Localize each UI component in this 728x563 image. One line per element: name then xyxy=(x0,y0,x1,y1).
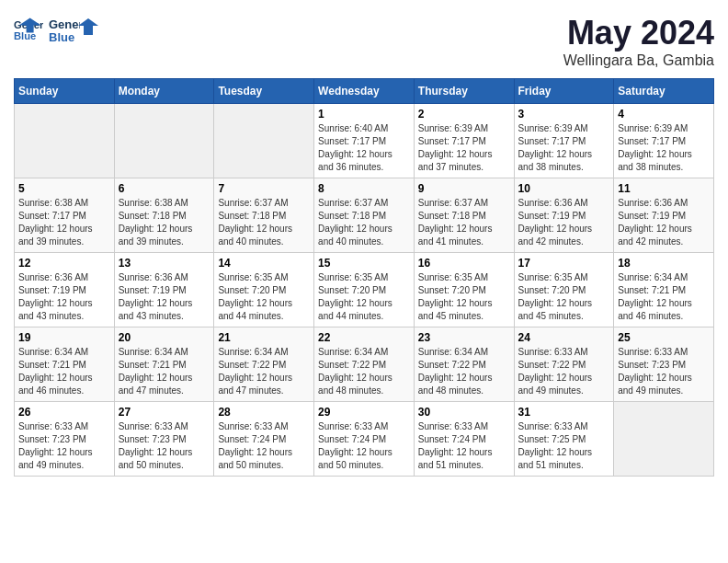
day-number: 16 xyxy=(418,257,510,270)
calendar-cell: 26Sunrise: 6:33 AM Sunset: 7:23 PM Dayli… xyxy=(15,402,115,477)
header-friday: Friday xyxy=(514,79,614,104)
day-info: Sunrise: 6:39 AM Sunset: 7:17 PM Dayligh… xyxy=(518,122,610,174)
day-info: Sunrise: 6:34 AM Sunset: 7:22 PM Dayligh… xyxy=(318,346,410,397)
calendar-title: May 2024 xyxy=(563,14,714,52)
calendar-cell: 21Sunrise: 6:34 AM Sunset: 7:22 PM Dayli… xyxy=(214,327,314,402)
day-info: Sunrise: 6:33 AM Sunset: 7:23 PM Dayligh… xyxy=(119,420,210,472)
calendar-cell: 29Sunrise: 6:33 AM Sunset: 7:24 PM Dayli… xyxy=(314,402,415,477)
day-info: Sunrise: 6:37 AM Sunset: 7:18 PM Dayligh… xyxy=(218,197,310,248)
logo: General Blue General Blue xyxy=(14,14,98,47)
day-info: Sunrise: 6:33 AM Sunset: 7:23 PM Dayligh… xyxy=(18,420,110,472)
calendar-cell: 18Sunrise: 6:34 AM Sunset: 7:21 PM Dayli… xyxy=(614,253,714,327)
day-number: 22 xyxy=(318,331,410,344)
week-row-2: 5Sunrise: 6:38 AM Sunset: 7:17 PM Daylig… xyxy=(15,178,714,253)
day-info: Sunrise: 6:34 AM Sunset: 7:22 PM Dayligh… xyxy=(418,346,510,397)
calendar-cell: 5Sunrise: 6:38 AM Sunset: 7:17 PM Daylig… xyxy=(15,178,115,253)
calendar-cell: 1Sunrise: 6:40 AM Sunset: 7:17 PM Daylig… xyxy=(314,104,415,178)
day-number: 31 xyxy=(518,406,610,419)
calendar-cell: 7Sunrise: 6:37 AM Sunset: 7:18 PM Daylig… xyxy=(214,178,314,253)
calendar-cell: 13Sunrise: 6:36 AM Sunset: 7:19 PM Dayli… xyxy=(114,253,214,327)
calendar-cell: 4Sunrise: 6:39 AM Sunset: 7:17 PM Daylig… xyxy=(614,104,714,178)
day-info: Sunrise: 6:33 AM Sunset: 7:24 PM Dayligh… xyxy=(418,420,510,472)
calendar-cell: 6Sunrise: 6:38 AM Sunset: 7:18 PM Daylig… xyxy=(114,178,214,253)
day-number: 17 xyxy=(518,257,610,270)
day-info: Sunrise: 6:38 AM Sunset: 7:18 PM Dayligh… xyxy=(119,197,210,248)
calendar-cell: 30Sunrise: 6:33 AM Sunset: 7:24 PM Dayli… xyxy=(414,402,514,477)
calendar-cell: 12Sunrise: 6:36 AM Sunset: 7:19 PM Dayli… xyxy=(15,253,115,327)
calendar-cell xyxy=(114,104,214,178)
calendar-cell: 31Sunrise: 6:33 AM Sunset: 7:25 PM Dayli… xyxy=(514,402,614,477)
day-number: 7 xyxy=(218,182,310,195)
header-tuesday: Tuesday xyxy=(214,79,314,104)
day-number: 15 xyxy=(318,257,410,270)
day-info: Sunrise: 6:34 AM Sunset: 7:21 PM Dayligh… xyxy=(119,346,210,397)
day-info: Sunrise: 6:34 AM Sunset: 7:22 PM Dayligh… xyxy=(218,346,310,397)
calendar-cell: 9Sunrise: 6:37 AM Sunset: 7:18 PM Daylig… xyxy=(414,178,514,253)
day-number: 26 xyxy=(18,406,110,419)
calendar-cell xyxy=(15,104,115,178)
day-number: 9 xyxy=(418,182,510,195)
calendar-cell: 22Sunrise: 6:34 AM Sunset: 7:22 PM Dayli… xyxy=(314,327,415,402)
day-number: 1 xyxy=(318,108,410,121)
day-number: 4 xyxy=(618,108,710,121)
day-info: Sunrise: 6:33 AM Sunset: 7:22 PM Dayligh… xyxy=(518,346,610,397)
day-info: Sunrise: 6:36 AM Sunset: 7:19 PM Dayligh… xyxy=(18,271,110,323)
calendar-cell: 3Sunrise: 6:39 AM Sunset: 7:17 PM Daylig… xyxy=(514,104,614,178)
calendar-cell: 11Sunrise: 6:36 AM Sunset: 7:19 PM Dayli… xyxy=(614,178,714,253)
day-number: 12 xyxy=(18,257,110,270)
calendar-cell: 10Sunrise: 6:36 AM Sunset: 7:19 PM Dayli… xyxy=(514,178,614,253)
day-info: Sunrise: 6:35 AM Sunset: 7:20 PM Dayligh… xyxy=(218,271,310,323)
logo-bird-icon xyxy=(78,17,98,37)
day-info: Sunrise: 6:40 AM Sunset: 7:17 PM Dayligh… xyxy=(318,122,410,174)
day-info: Sunrise: 6:35 AM Sunset: 7:20 PM Dayligh… xyxy=(518,271,610,323)
day-info: Sunrise: 6:33 AM Sunset: 7:25 PM Dayligh… xyxy=(518,420,610,472)
calendar-cell: 8Sunrise: 6:37 AM Sunset: 7:18 PM Daylig… xyxy=(314,178,415,253)
calendar-cell: 20Sunrise: 6:34 AM Sunset: 7:21 PM Dayli… xyxy=(114,327,214,402)
day-number: 23 xyxy=(418,331,510,344)
day-number: 2 xyxy=(418,108,510,121)
day-number: 18 xyxy=(618,257,710,270)
calendar-cell: 27Sunrise: 6:33 AM Sunset: 7:23 PM Dayli… xyxy=(114,402,214,477)
day-info: Sunrise: 6:39 AM Sunset: 7:17 PM Dayligh… xyxy=(418,122,510,174)
day-info: Sunrise: 6:33 AM Sunset: 7:24 PM Dayligh… xyxy=(318,420,410,472)
day-number: 5 xyxy=(18,182,110,195)
day-number: 6 xyxy=(119,182,210,195)
day-number: 14 xyxy=(218,257,310,270)
calendar-cell: 23Sunrise: 6:34 AM Sunset: 7:22 PM Dayli… xyxy=(414,327,514,402)
day-info: Sunrise: 6:39 AM Sunset: 7:17 PM Dayligh… xyxy=(618,122,710,174)
calendar-cell xyxy=(214,104,314,178)
day-number: 24 xyxy=(518,331,610,344)
day-number: 3 xyxy=(518,108,610,121)
calendar-cell: 24Sunrise: 6:33 AM Sunset: 7:22 PM Dayli… xyxy=(514,327,614,402)
calendar-cell: 25Sunrise: 6:33 AM Sunset: 7:23 PM Dayli… xyxy=(614,327,714,402)
svg-text:Blue: Blue xyxy=(49,30,74,44)
day-info: Sunrise: 6:34 AM Sunset: 7:21 PM Dayligh… xyxy=(618,271,710,323)
svg-marker-5 xyxy=(78,18,98,35)
day-number: 29 xyxy=(318,406,410,419)
calendar-cell: 28Sunrise: 6:33 AM Sunset: 7:24 PM Dayli… xyxy=(214,402,314,477)
day-info: Sunrise: 6:33 AM Sunset: 7:24 PM Dayligh… xyxy=(218,420,310,472)
day-number: 20 xyxy=(119,331,210,344)
calendar-cell: 16Sunrise: 6:35 AM Sunset: 7:20 PM Dayli… xyxy=(414,253,514,327)
day-info: Sunrise: 6:36 AM Sunset: 7:19 PM Dayligh… xyxy=(618,197,710,248)
page-header: General Blue General Blue May 2024 Welli… xyxy=(14,14,714,69)
header-wednesday: Wednesday xyxy=(314,79,415,104)
day-info: Sunrise: 6:37 AM Sunset: 7:18 PM Dayligh… xyxy=(418,197,510,248)
calendar-cell: 15Sunrise: 6:35 AM Sunset: 7:20 PM Dayli… xyxy=(314,253,415,327)
week-row-5: 26Sunrise: 6:33 AM Sunset: 7:23 PM Dayli… xyxy=(15,402,714,477)
calendar-cell: 19Sunrise: 6:34 AM Sunset: 7:21 PM Dayli… xyxy=(15,327,115,402)
day-number: 10 xyxy=(518,182,610,195)
calendar-cell xyxy=(614,402,714,477)
day-number: 28 xyxy=(218,406,310,419)
week-row-1: 1Sunrise: 6:40 AM Sunset: 7:17 PM Daylig… xyxy=(15,104,714,178)
week-row-3: 12Sunrise: 6:36 AM Sunset: 7:19 PM Dayli… xyxy=(15,253,714,327)
day-info: Sunrise: 6:37 AM Sunset: 7:18 PM Dayligh… xyxy=(318,197,410,248)
header-saturday: Saturday xyxy=(614,79,714,104)
day-info: Sunrise: 6:36 AM Sunset: 7:19 PM Dayligh… xyxy=(518,197,610,248)
day-number: 27 xyxy=(119,406,210,419)
header-sunday: Sunday xyxy=(15,79,115,104)
days-header-row: Sunday Monday Tuesday Wednesday Thursday… xyxy=(15,79,714,104)
week-row-4: 19Sunrise: 6:34 AM Sunset: 7:21 PM Dayli… xyxy=(15,327,714,402)
day-number: 13 xyxy=(119,257,210,270)
day-info: Sunrise: 6:36 AM Sunset: 7:19 PM Dayligh… xyxy=(119,271,210,323)
